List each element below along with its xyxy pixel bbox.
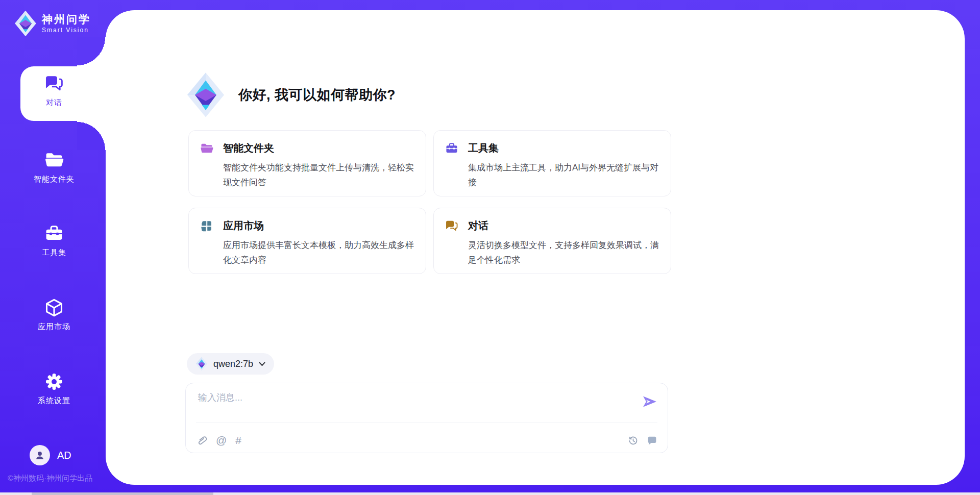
history-icon[interactable] bbox=[628, 435, 639, 446]
message-input[interactable] bbox=[197, 390, 633, 421]
cube-icon bbox=[44, 298, 64, 317]
greeting-block: 你好, 我可以如何帮助你? bbox=[186, 72, 396, 118]
brand-diamond-icon bbox=[14, 10, 37, 37]
send-icon[interactable] bbox=[642, 395, 657, 408]
sidebar-item-label: 工具集 bbox=[42, 248, 66, 258]
card-title: 对话 bbox=[468, 219, 488, 233]
scrollbar-thumb[interactable] bbox=[32, 492, 213, 495]
gear-icon bbox=[44, 372, 64, 391]
briefcase-icon bbox=[445, 142, 458, 155]
pixel-cube-icon bbox=[200, 219, 213, 233]
sidebar-item-label: 应用市场 bbox=[38, 322, 70, 332]
app-logo: 神州问学 Smart Vision bbox=[14, 10, 91, 37]
brand-name: 神州问学 bbox=[42, 13, 91, 26]
greeting-title: 你好, 我可以如何帮助你? bbox=[238, 86, 396, 104]
copyright-text: ©神州数码·神州问学出品 bbox=[8, 474, 92, 483]
model-selector[interactable]: qwen2:7b bbox=[187, 353, 274, 375]
sidebar-item-smart-folder[interactable]: 智能文件夹 bbox=[3, 151, 105, 184]
model-name: qwen2:7b bbox=[213, 359, 253, 369]
card-description: 智能文件夹功能支持批量文件上传与清洗，轻松实现文件问答 bbox=[223, 160, 414, 190]
avatar bbox=[30, 445, 50, 465]
sidebar-item-label: 对话 bbox=[46, 98, 62, 108]
card-description: 集成市场上主流工具，助力AI与外界无缝扩展与对接 bbox=[468, 160, 659, 190]
feature-cards: 智能文件夹 智能文件夹功能支持批量文件上传与清洗，轻松实现文件问答 工具集 集成… bbox=[188, 130, 671, 274]
folder-icon bbox=[44, 151, 64, 170]
user-name: AD bbox=[57, 450, 71, 461]
tab-curve-bottom bbox=[77, 121, 106, 150]
card-chat[interactable]: 对话 灵活切换多模型文件，支持多样回复效果调试，满足个性化需求 bbox=[433, 208, 671, 274]
mention-at-icon[interactable]: @ bbox=[216, 435, 227, 446]
card-toolset[interactable]: 工具集 集成市场上主流工具，助力AI与外界无缝扩展与对接 bbox=[433, 130, 671, 196]
card-title: 应用市场 bbox=[223, 219, 264, 233]
sidebar-item-settings[interactable]: 系统设置 bbox=[3, 372, 105, 406]
brand-diamond-icon bbox=[195, 357, 208, 371]
sidebar-item-label: 智能文件夹 bbox=[34, 175, 75, 184]
sidebar-item-chat[interactable]: 对话 bbox=[3, 74, 105, 108]
brand-subtitle: Smart Vision bbox=[42, 27, 91, 34]
card-app-market[interactable]: 应用市场 应用市场提供丰富长文本模板，助力高效生成多样化文章内容 bbox=[188, 208, 426, 274]
user-account[interactable]: AD bbox=[30, 445, 71, 465]
card-description: 应用市场提供丰富长文本模板，助力高效生成多样化文章内容 bbox=[223, 238, 414, 267]
tab-curve-top bbox=[77, 37, 106, 66]
horizontal-scrollbar[interactable] bbox=[0, 492, 980, 495]
briefcase-icon bbox=[44, 224, 64, 243]
composer-divider bbox=[196, 423, 657, 423]
sidebar-item-label: 系统设置 bbox=[38, 396, 70, 406]
card-description: 灵活切换多模型文件，支持多样回复效果调试，满足个性化需求 bbox=[468, 238, 659, 267]
paperclip-icon[interactable] bbox=[196, 435, 207, 446]
chat-bubble-icon[interactable] bbox=[647, 435, 657, 446]
chat-icon bbox=[445, 219, 458, 233]
chevron-down-icon bbox=[259, 362, 265, 366]
sidebar-item-app-market[interactable]: 应用市场 bbox=[3, 298, 105, 332]
folder-icon bbox=[200, 142, 213, 155]
card-smart-folder[interactable]: 智能文件夹 智能文件夹功能支持批量文件上传与清洗，轻松实现文件问答 bbox=[188, 130, 426, 196]
card-title: 智能文件夹 bbox=[223, 141, 274, 155]
sidebar-item-toolset[interactable]: 工具集 bbox=[3, 224, 105, 258]
card-title: 工具集 bbox=[468, 141, 499, 155]
message-composer: @ # bbox=[185, 383, 668, 453]
person-icon bbox=[34, 449, 46, 461]
brand-diamond-icon bbox=[186, 72, 225, 118]
chat-icon bbox=[44, 74, 64, 93]
hashtag-icon[interactable]: # bbox=[235, 435, 241, 446]
